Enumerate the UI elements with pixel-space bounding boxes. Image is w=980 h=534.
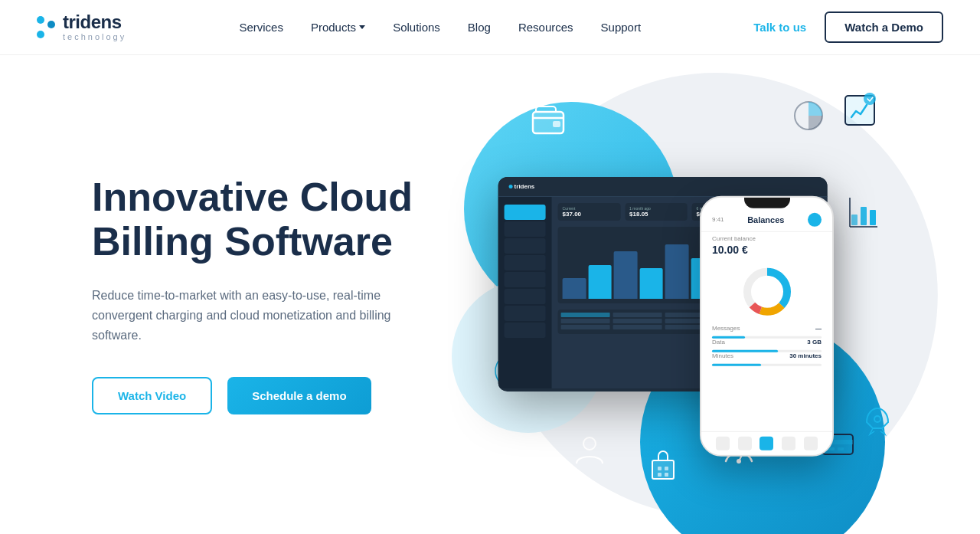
- svg-rect-23: [838, 447, 844, 450]
- sidebar-item-8: [505, 323, 546, 338]
- phone-item-minutes: Minutes 30 minutes: [712, 352, 822, 359]
- hero-visual: %: [459, 55, 919, 534]
- nav-link-services[interactable]: Services: [239, 21, 283, 34]
- svg-rect-6: [861, 207, 867, 225]
- dashboard-logo: tridens: [509, 183, 535, 190]
- schedule-demo-button[interactable]: Schedule a demo: [227, 377, 371, 414]
- stat-1month: 1 month ago $18.05: [625, 203, 688, 221]
- sidebar-item-4: [505, 255, 546, 270]
- sidebar-item-6: [505, 289, 546, 304]
- dashboard-sidebar: [498, 197, 552, 388]
- sidebar-item-1: [505, 205, 546, 220]
- logo-dot-1: [37, 16, 44, 24]
- phone-nav-2: [738, 436, 752, 450]
- phone-mockup: 9:41 Balances Current balance 10.00 € Me…: [700, 195, 834, 456]
- nav-item-support[interactable]: Support: [601, 21, 642, 34]
- svg-point-19: [737, 459, 741, 464]
- chart-bar-1: [563, 278, 586, 298]
- minutes-bar: [712, 363, 761, 365]
- nav-item-resources[interactable]: Resources: [518, 21, 573, 34]
- nav-item-services[interactable]: Services: [239, 21, 283, 34]
- logo-dot-3: [37, 31, 44, 38]
- nav-link-support[interactable]: Support: [601, 21, 642, 34]
- nav-link-products[interactable]: Products: [311, 21, 365, 34]
- phone-bottom-nav: [701, 431, 832, 454]
- stat-current: Current $37.00: [558, 203, 621, 221]
- phone-balance-value: 10.00 €: [701, 243, 832, 261]
- talk-to-us-link[interactable]: Talk to us: [753, 21, 806, 34]
- nav-link-blog[interactable]: Blog: [468, 21, 491, 34]
- watch-video-button[interactable]: Watch Video: [92, 377, 212, 414]
- logo-name: tridens: [63, 13, 126, 31]
- hero-buttons: Watch Video Schedule a demo: [92, 377, 459, 414]
- nav-item-solutions[interactable]: Solutions: [393, 21, 440, 34]
- chart-bar-5: [665, 244, 689, 298]
- svg-rect-16: [658, 473, 662, 477]
- phone-section-title: Balances: [747, 215, 784, 224]
- phone-nav-4: [782, 436, 795, 450]
- hero-section: Innovative CloudBilling Software Reduce …: [0, 55, 980, 534]
- pie-chart-icon: [790, 97, 827, 137]
- logo[interactable]: tridens technology: [37, 13, 126, 41]
- chevron-down-icon: [359, 25, 365, 29]
- svg-point-12: [583, 437, 596, 450]
- svg-rect-13: [652, 460, 674, 479]
- logo-sub: technology: [63, 33, 126, 41]
- sidebar-item-7: [505, 306, 546, 321]
- sidebar-item-5: [505, 272, 546, 287]
- dashboard-logo-dot: [509, 185, 513, 188]
- dashboard-logo-text: tridens: [514, 183, 535, 190]
- phone-nav-balance: [760, 436, 773, 450]
- phone-donut-chart: [701, 264, 832, 318]
- phone-notch: [744, 197, 790, 208]
- svg-rect-5: [851, 215, 858, 225]
- bar-chart-icon: [845, 193, 882, 233]
- report-icon: [839, 90, 880, 134]
- svg-rect-14: [658, 467, 662, 470]
- sidebar-item-2: [505, 221, 546, 237]
- rocket-icon: [859, 402, 896, 442]
- nav-links: Services Products Solutions Blog Resourc…: [239, 21, 641, 34]
- donut-svg: [740, 264, 794, 318]
- logo-text: tridens technology: [63, 13, 126, 41]
- dashboard-header: tridens: [498, 177, 828, 197]
- chart-bar-4: [639, 268, 663, 299]
- svg-rect-1: [553, 121, 560, 127]
- svg-rect-17: [665, 473, 668, 477]
- phone-time: 9:41: [712, 216, 724, 223]
- logo-dot-2: [47, 21, 55, 28]
- nav-item-products[interactable]: Products: [311, 21, 365, 34]
- phone-balance-label: Current balance: [701, 231, 832, 243]
- svg-point-4: [864, 93, 876, 105]
- person-icon: [570, 431, 609, 473]
- wallet-icon: [528, 101, 568, 144]
- hero-content: Innovative CloudBilling Software Reduce …: [92, 175, 459, 414]
- nav-item-blog[interactable]: Blog: [468, 21, 491, 34]
- chart-bar-3: [614, 251, 638, 299]
- chart-bar-2: [588, 265, 612, 299]
- nav-link-solutions[interactable]: Solutions: [393, 21, 440, 34]
- building-icon: [643, 445, 683, 488]
- watch-demo-button[interactable]: Watch a Demo: [825, 11, 943, 43]
- logo-dots: [37, 16, 55, 38]
- phone-header: 9:41 Balances: [701, 208, 832, 231]
- phone-nav-home: [716, 436, 730, 450]
- svg-rect-15: [665, 467, 668, 470]
- nav-link-resources[interactable]: Resources: [518, 21, 573, 34]
- phone-item-messages: Messages —: [712, 324, 822, 331]
- hero-title: Innovative CloudBilling Software: [92, 175, 459, 264]
- phone-avatar: [808, 212, 822, 226]
- phone-nav-5: [804, 436, 818, 450]
- phone-usage-items: Messages — Data 3 GB Minutes 30 minutes: [701, 324, 832, 365]
- navbar: tridens technology Services Products Sol…: [0, 0, 980, 55]
- hero-subtitle: Reduce time-to-market with an easy-to-us…: [92, 286, 413, 346]
- nav-actions: Talk to us Watch a Demo: [753, 11, 943, 43]
- svg-rect-7: [870, 210, 876, 225]
- sidebar-item-3: [505, 238, 546, 254]
- phone-item-data: Data 3 GB: [712, 338, 822, 345]
